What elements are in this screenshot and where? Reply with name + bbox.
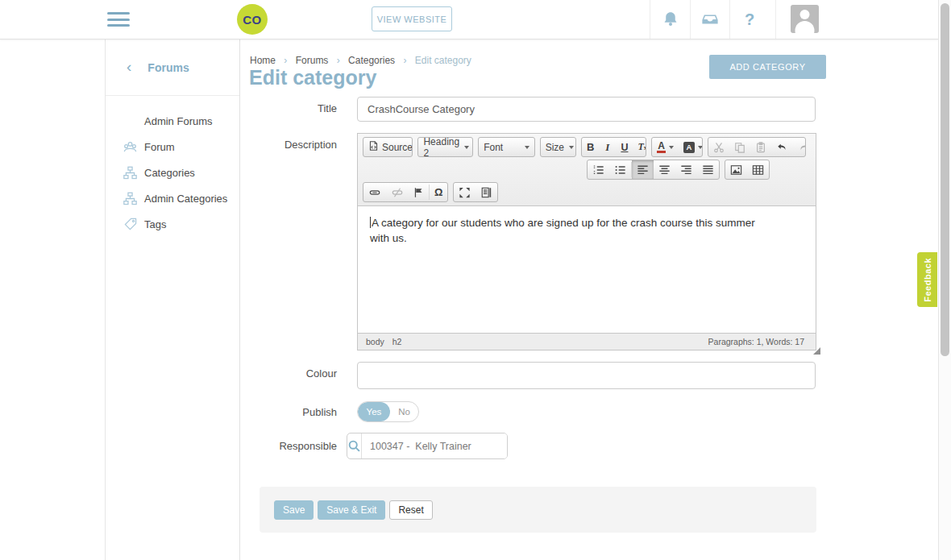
- chevron-down-icon: [698, 146, 703, 149]
- cut-icon: [713, 142, 725, 153]
- breadcrumb-forums[interactable]: Forums: [296, 55, 329, 66]
- sitemap-icon: [123, 192, 137, 205]
- align-center-button[interactable]: [654, 160, 675, 179]
- app-logo[interactable]: CO: [237, 4, 268, 35]
- chevron-right-icon: ›: [278, 55, 293, 66]
- title-label: Title: [200, 102, 337, 114]
- paragraph-format-dropdown[interactable]: Heading 2: [418, 138, 473, 156]
- redo-button[interactable]: [793, 138, 806, 156]
- chevron-left-icon: ‹: [127, 59, 131, 74]
- feedback-tab-label: Feedback: [923, 258, 932, 302]
- sidebar-menu: Admin Forums Forum Categories Admin Cate…: [106, 96, 239, 237]
- maximize-button[interactable]: [454, 183, 476, 201]
- bold-button[interactable]: B: [582, 138, 599, 156]
- help-icon[interactable]: ?: [730, 0, 769, 39]
- colour-input[interactable]: [357, 362, 816, 389]
- undo-button[interactable]: [771, 138, 793, 156]
- responsible-label: Responsible: [200, 440, 337, 452]
- feedback-tab[interactable]: Feedback: [917, 252, 937, 307]
- publish-toggle-yes[interactable]: Yes: [358, 402, 390, 421]
- undo-icon: [776, 142, 788, 153]
- bullet-list-icon: [614, 164, 626, 176]
- align-left-icon: [637, 164, 649, 176]
- size-dropdown[interactable]: Size: [541, 138, 576, 156]
- reset-button[interactable]: Reset: [389, 500, 432, 520]
- element-path-body[interactable]: body: [366, 337, 384, 346]
- sidebar-back[interactable]: ‹ Forums: [106, 39, 239, 96]
- justify-button[interactable]: [697, 160, 719, 179]
- responsible-input[interactable]: [362, 433, 508, 458]
- sidebar-item-categories[interactable]: Categories: [106, 160, 239, 185]
- editor-resize-handle[interactable]: [813, 347, 820, 355]
- numbered-list-button[interactable]: [588, 160, 609, 179]
- element-path-h2[interactable]: h2: [392, 337, 402, 346]
- special-char-button[interactable]: Ω: [430, 183, 447, 201]
- page-scrollbar[interactable]: [938, 0, 951, 560]
- user-avatar[interactable]: [791, 5, 819, 33]
- chevron-down-icon: [464, 146, 469, 149]
- source-button[interactable]: Source: [363, 138, 413, 156]
- add-category-button[interactable]: ADD CATEGORY: [709, 55, 826, 79]
- table-icon: [752, 164, 764, 176]
- sitemap-icon: [123, 166, 137, 180]
- insert-image-button[interactable]: [725, 160, 747, 179]
- description-text: A category for our students who are sign…: [370, 217, 755, 244]
- maximize-icon: [459, 187, 471, 198]
- sidebar-item-tags[interactable]: Tags: [106, 211, 239, 237]
- title-input[interactable]: [357, 97, 816, 122]
- source-icon: [368, 140, 379, 154]
- publish-toggle-no[interactable]: No: [390, 402, 418, 421]
- editor-content[interactable]: A category for our students who are sign…: [358, 206, 816, 340]
- chevron-right-icon: ›: [331, 55, 346, 66]
- paste-icon: [755, 142, 766, 153]
- anchor-button[interactable]: [409, 183, 429, 201]
- save-button[interactable]: Save: [274, 500, 314, 520]
- save-exit-button[interactable]: Save & Exit: [318, 500, 385, 520]
- paste-button[interactable]: [750, 138, 771, 156]
- breadcrumb-categories[interactable]: Categories: [348, 55, 395, 66]
- underline-button[interactable]: U: [616, 138, 633, 156]
- tag-icon: [123, 218, 137, 231]
- chevron-down-icon: [569, 146, 574, 149]
- search-icon[interactable]: [347, 433, 362, 458]
- align-left-button[interactable]: [632, 160, 654, 179]
- show-blocks-button[interactable]: [476, 183, 497, 201]
- show-blocks-icon: [480, 187, 492, 198]
- breadcrumb-current: Edit category: [415, 55, 471, 66]
- topbar: CO VIEW WEBSITE ?: [0, 0, 938, 39]
- align-right-icon: [680, 164, 692, 176]
- notifications-bell-icon[interactable]: [651, 0, 690, 39]
- bullet-list-button[interactable]: [609, 160, 631, 179]
- sidebar-title: Forums: [147, 61, 189, 74]
- cut-button[interactable]: [708, 138, 729, 156]
- sidebar: ‹ Forums Admin Forums Forum Categories: [105, 39, 240, 560]
- publish-label: Publish: [200, 406, 337, 418]
- description-label: Description: [200, 139, 337, 151]
- align-right-button[interactable]: [675, 160, 697, 179]
- italic-button[interactable]: I: [599, 138, 616, 156]
- inbox-icon[interactable]: [691, 0, 729, 39]
- menu-icon[interactable]: [107, 12, 130, 27]
- insert-table-button[interactable]: [747, 160, 769, 179]
- link-button[interactable]: [363, 183, 386, 201]
- background-color-button[interactable]: A: [679, 138, 703, 156]
- page-title: Edit category: [249, 66, 376, 89]
- align-center-icon: [658, 164, 671, 176]
- text-color-button[interactable]: A: [652, 138, 679, 156]
- remove-format-icon: Tx: [637, 141, 646, 153]
- topbar-divider: [775, 0, 776, 39]
- word-count: Paragraphs: 1, Words: 17: [708, 337, 804, 346]
- sidebar-item-admin-categories[interactable]: Admin Categories: [106, 185, 239, 211]
- remove-format-button[interactable]: Tx: [633, 138, 646, 156]
- scrollbar-thumb[interactable]: [941, 3, 949, 356]
- publish-toggle[interactable]: Yes No: [357, 401, 419, 422]
- view-website-button[interactable]: VIEW WEBSITE: [372, 6, 452, 31]
- breadcrumb-home[interactable]: Home: [250, 55, 276, 66]
- editor-toolbar: Source Heading 2 Font: [358, 134, 816, 206]
- redo-icon: [798, 142, 806, 153]
- editor-statusbar: body h2 Paragraphs: 1, Words: 17: [358, 333, 816, 350]
- page: CO VIEW WEBSITE ? ‹ Forums Admin Forums: [0, 0, 951, 560]
- unlink-button[interactable]: [386, 183, 409, 201]
- font-dropdown[interactable]: Font: [479, 138, 534, 156]
- copy-button[interactable]: [729, 138, 750, 156]
